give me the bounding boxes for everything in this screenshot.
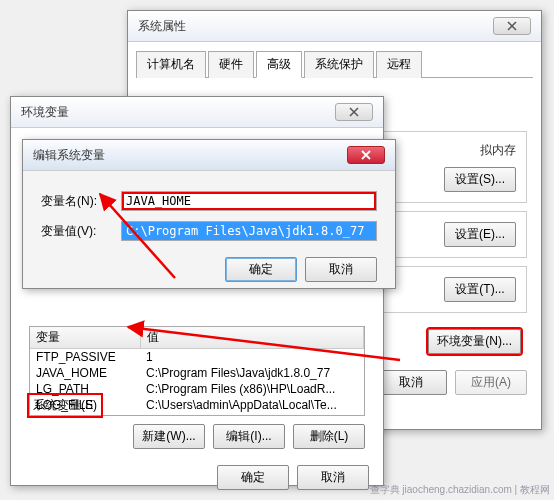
tab-remote[interactable]: 远程 bbox=[376, 51, 422, 78]
settings-button-s[interactable]: 设置(S)... bbox=[444, 167, 516, 192]
tab-computer-name[interactable]: 计算机名 bbox=[136, 51, 206, 78]
dialog-title: 环境变量 bbox=[21, 104, 69, 121]
cancel-button[interactable]: 取消 bbox=[297, 465, 369, 490]
settings-button-e[interactable]: 设置(E)... bbox=[444, 222, 516, 247]
col-value[interactable]: 值 bbox=[140, 327, 364, 349]
dialog-buttons: 确定 取消 bbox=[11, 457, 383, 498]
settings-button-t[interactable]: 设置(T)... bbox=[444, 277, 516, 302]
edit-system-variable-dialog: 编辑系统变量 变量名(N): 变量值(V): 确定 取消 bbox=[22, 139, 396, 289]
tab-hardware[interactable]: 硬件 bbox=[208, 51, 254, 78]
var-value-input[interactable] bbox=[121, 221, 377, 241]
titlebar: 编辑系统变量 bbox=[23, 140, 395, 171]
new-button[interactable]: 新建(W)... bbox=[133, 424, 205, 449]
var-name-row: 变量名(N): bbox=[41, 191, 377, 211]
env-vars-button[interactable]: 环境变量(N)... bbox=[428, 329, 521, 354]
cancel-button[interactable]: 取消 bbox=[305, 257, 377, 282]
tabs: 计算机名 硬件 高级 系统保护 远程 bbox=[136, 50, 533, 78]
close-icon[interactable] bbox=[347, 146, 385, 164]
delete-button[interactable]: 删除(L) bbox=[293, 424, 365, 449]
ok-button[interactable]: 确定 bbox=[217, 465, 289, 490]
var-value-row: 变量值(V): bbox=[41, 221, 377, 241]
close-icon[interactable] bbox=[335, 103, 373, 121]
var-value-label: 变量值(V): bbox=[41, 223, 121, 240]
close-icon[interactable] bbox=[493, 17, 531, 35]
table-row[interactable]: JAVA_HOMEC:\Program Files\Java\jdk1.8.0_… bbox=[30, 365, 364, 381]
tab-advanced[interactable]: 高级 bbox=[256, 51, 302, 78]
edit-button[interactable]: 编辑(I)... bbox=[213, 424, 285, 449]
titlebar: 环境变量 bbox=[11, 97, 383, 128]
dialog-title: 编辑系统变量 bbox=[33, 147, 105, 164]
system-vars-label: 系统变量(S) bbox=[29, 395, 101, 416]
col-variable[interactable]: 变量 bbox=[30, 327, 140, 349]
var-name-label: 变量名(N): bbox=[41, 193, 121, 210]
table-row[interactable]: FTP_PASSIVE1 bbox=[30, 349, 364, 366]
watermark: 查字典 jiaocheng.chazidian.com | 教程网 bbox=[370, 484, 550, 496]
apply-button[interactable]: 应用(A) bbox=[455, 370, 527, 395]
var-name-input[interactable] bbox=[121, 191, 377, 211]
tab-system-protection[interactable]: 系统保护 bbox=[304, 51, 374, 78]
dialog-title: 系统属性 bbox=[138, 18, 186, 35]
cancel-button[interactable]: 取消 bbox=[375, 370, 447, 395]
titlebar: 系统属性 bbox=[128, 11, 541, 42]
ok-button[interactable]: 确定 bbox=[225, 257, 297, 282]
